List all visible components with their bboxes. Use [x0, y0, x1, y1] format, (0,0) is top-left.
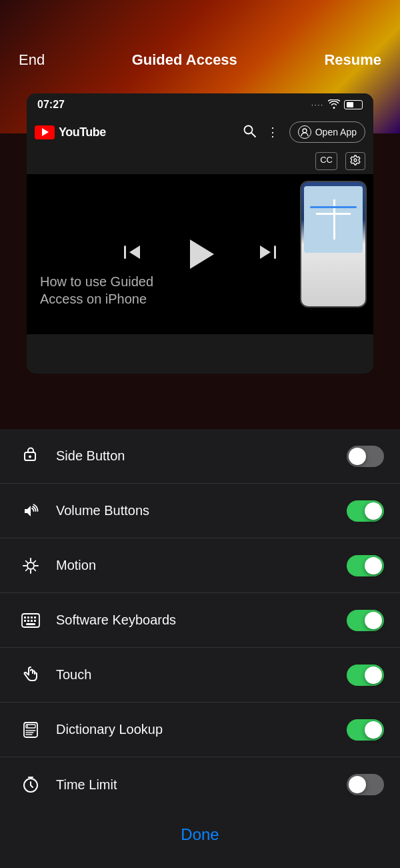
time-limit-label: Time Limit [56, 777, 347, 793]
motion-toggle[interactable] [347, 555, 384, 576]
play-button[interactable] [183, 237, 217, 272]
svg-rect-4 [274, 246, 276, 259]
resume-button[interactable]: Resume [324, 51, 381, 69]
touch-toggle[interactable] [347, 665, 384, 686]
settings-row-software-keyboards: Software Keyboards [0, 593, 400, 648]
software-keyboards-icon [16, 613, 45, 628]
youtube-logo: YouTube [35, 125, 106, 139]
settings-row-side-button: Side Button [0, 429, 400, 484]
volume-buttons-label: Volume Buttons [56, 503, 347, 518]
svg-rect-15 [31, 620, 33, 622]
dictionary-lookup-icon [16, 721, 45, 739]
done-button[interactable]: Done [181, 825, 219, 844]
volume-buttons-icon [16, 503, 45, 519]
more-icon[interactable]: ⋮ [267, 125, 279, 139]
settings-row-motion: Motion [0, 538, 400, 593]
status-icons: ···· [311, 99, 363, 111]
video-controls-bar: CC [27, 148, 373, 174]
motion-toggle-knob [365, 557, 382, 574]
battery-icon [344, 100, 363, 109]
side-button-icon [16, 447, 45, 466]
svg-rect-10 [27, 616, 29, 618]
status-time: 07:27 [37, 99, 65, 111]
video-card: 07:27 ···· YouTube [27, 93, 373, 374]
youtube-text: YouTube [59, 125, 106, 139]
next-button[interactable] [257, 242, 279, 268]
svg-rect-3 [124, 246, 126, 259]
settings-row-time-limit: Time Limit [0, 757, 400, 812]
signal-icon: ···· [311, 101, 324, 109]
svg-rect-11 [31, 616, 33, 618]
dictionary-lookup-toggle-knob [365, 721, 382, 739]
time-limit-toggle-knob [349, 776, 366, 793]
settings-row-dictionary-lookup: Dictionary Lookup [0, 703, 400, 757]
svg-rect-16 [34, 620, 36, 622]
time-limit-toggle[interactable] [347, 774, 384, 795]
svg-line-1 [251, 133, 255, 137]
yt-actions: ⋮ Open App [243, 121, 365, 143]
wifi-icon [328, 99, 340, 111]
svg-point-7 [27, 562, 34, 569]
settings-list: Side Button Volume Buttons [0, 429, 400, 812]
svg-rect-9 [24, 616, 26, 618]
motion-label: Motion [56, 558, 347, 573]
settings-row-touch: Touch [0, 648, 400, 703]
volume-buttons-toggle[interactable] [347, 500, 384, 522]
video-title-overlay: How to use Guided Access on iPhone [40, 273, 153, 308]
dictionary-lookup-label: Dictionary Lookup [56, 722, 347, 737]
phone-thumbnail [300, 181, 367, 308]
touch-toggle-knob [365, 667, 382, 684]
header-bar: End Guided Access Resume [0, 0, 400, 93]
software-keyboards-toggle-knob [365, 612, 382, 629]
svg-rect-14 [27, 620, 29, 622]
phone-screen [301, 182, 365, 306]
settings-button[interactable] [345, 152, 365, 170]
status-bar: 07:27 ···· [27, 93, 373, 116]
svg-rect-13 [24, 620, 26, 622]
captions-button[interactable]: CC [315, 152, 337, 170]
page-title: Guided Access [132, 51, 237, 69]
software-keyboards-toggle[interactable] [347, 610, 384, 631]
map-road-vertical [333, 199, 335, 240]
settings-panel: Side Button Volume Buttons [0, 429, 400, 868]
volume-buttons-toggle-knob [365, 502, 382, 520]
search-icon[interactable] [243, 124, 256, 141]
open-app-button[interactable]: Open App [289, 121, 365, 143]
account-icon [298, 125, 311, 139]
svg-rect-12 [34, 616, 36, 618]
end-button[interactable]: End [19, 51, 45, 69]
dictionary-lookup-toggle[interactable] [347, 719, 384, 741]
touch-label: Touch [56, 667, 347, 683]
done-section: Done [0, 812, 400, 868]
side-button-toggle-knob [349, 448, 366, 465]
side-button-toggle[interactable] [347, 446, 384, 467]
open-app-label: Open App [315, 127, 357, 137]
yt-icon [35, 125, 55, 139]
video-player[interactable]: How to use Guided Access on iPhone [27, 174, 373, 334]
settings-row-volume-buttons: Volume Buttons [0, 484, 400, 538]
software-keyboards-label: Software Keyboards [56, 612, 347, 628]
motion-icon [16, 557, 45, 574]
play-triangle [190, 240, 214, 269]
previous-button[interactable] [121, 242, 143, 268]
svg-point-6 [29, 455, 31, 458]
svg-rect-17 [26, 623, 35, 625]
map-route [310, 206, 357, 208]
side-button-label: Side Button [56, 448, 347, 464]
time-limit-icon [16, 776, 45, 793]
play-controls [121, 237, 279, 272]
svg-point-2 [303, 129, 307, 133]
youtube-topbar[interactable]: YouTube ⋮ Open App [27, 116, 373, 148]
map-preview [304, 186, 363, 253]
touch-icon [16, 666, 45, 685]
yt-play-triangle [42, 128, 49, 136]
